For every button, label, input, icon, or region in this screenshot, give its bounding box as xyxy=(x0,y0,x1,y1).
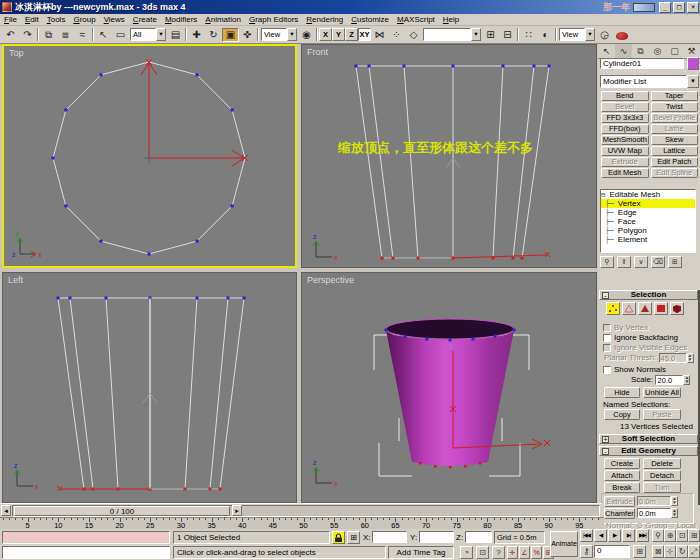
use-pivot-center-icon[interactable]: ◉ xyxy=(298,28,315,42)
pin-stack-icon[interactable]: ⚲ xyxy=(600,256,614,268)
face-subobject-icon[interactable] xyxy=(638,302,652,315)
menu-help[interactable]: Help xyxy=(439,15,463,24)
object-name-field[interactable]: Cylinder01 xyxy=(600,58,684,69)
menu-group[interactable]: Group xyxy=(69,15,99,24)
restore-button[interactable]: □ xyxy=(673,2,685,13)
axis-xy-constraint-button[interactable]: XY xyxy=(358,28,371,41)
create-button[interactable]: Create xyxy=(604,458,640,469)
track-view-toggle-icon[interactable]: ⊡ xyxy=(476,546,489,559)
attach-button[interactable]: Attach xyxy=(604,470,640,481)
snap-toggle-icon[interactable]: ✛ xyxy=(507,546,518,559)
panel-tab-motion-icon[interactable]: ◎ xyxy=(649,44,666,58)
x-coord-field[interactable] xyxy=(372,531,407,543)
chamfer-spinner[interactable]: 0.0m▲▼ xyxy=(637,508,678,518)
ref-coord-dropdown[interactable]: View▼ xyxy=(261,28,297,41)
modifier-list-dropdown-arrow[interactable]: ▼ xyxy=(687,75,699,88)
maxscript-mini-listener[interactable] xyxy=(2,531,170,544)
panel-tab-hierarchy-icon[interactable]: ⧉ xyxy=(632,44,649,58)
zoom-all-icon[interactable]: ⊕ xyxy=(664,529,676,542)
close-button[interactable]: ✕ xyxy=(687,2,699,13)
panel-tab-modify-icon[interactable]: ∿ xyxy=(615,44,632,58)
soft-selection-rollout-header[interactable]: + Soft Selection xyxy=(599,434,698,444)
menu-tools[interactable]: Tools xyxy=(43,15,70,24)
z-coord-field[interactable] xyxy=(465,531,492,543)
next-frame-button[interactable]: ▶| xyxy=(622,529,635,542)
go-to-start-button[interactable]: |◀◀ xyxy=(580,529,593,542)
viewport-left-label[interactable]: Left xyxy=(8,275,23,285)
selection-filter-value[interactable]: All xyxy=(130,28,156,41)
selection-filter-dropdown[interactable]: All▼ xyxy=(130,28,166,41)
expand-icon[interactable]: + xyxy=(602,436,609,443)
zoom-extents-all-icon[interactable]: ⊞ xyxy=(688,529,700,542)
axis-z-constraint-button[interactable]: Z xyxy=(345,28,358,41)
menu-rendering[interactable]: Rendering xyxy=(302,15,347,24)
viewport-left[interactable]: Left zx xyxy=(2,272,297,503)
play-button[interactable]: ▶ xyxy=(608,529,621,542)
break-button[interactable]: Break xyxy=(604,482,640,493)
menu-create[interactable]: Create xyxy=(129,15,161,24)
stack-item-face[interactable]: ├─ Face xyxy=(601,217,695,226)
modifier-button-edit-mesh[interactable]: Edit Mesh xyxy=(601,168,649,178)
ignore-backfacing-checkbox[interactable]: Ignore Backfacing xyxy=(603,333,678,342)
element-subobject-icon[interactable] xyxy=(670,302,684,315)
time-fwd-arrow[interactable]: ▸ xyxy=(232,505,242,516)
schematic-view-icon[interactable]: ⊟ xyxy=(499,28,516,42)
viewport-perspective-label[interactable]: Perspective xyxy=(307,275,354,285)
bind-to-space-warp-icon[interactable]: ≈ xyxy=(74,28,91,42)
polygon-subobject-icon[interactable] xyxy=(654,302,668,315)
settings-icon[interactable]: ⊞ xyxy=(668,256,682,268)
ref-coord-arrow-icon[interactable]: ▼ xyxy=(287,28,297,41)
selection-filter-arrow-icon[interactable]: ▼ xyxy=(156,28,166,41)
help-mode-icon[interactable]: ? xyxy=(492,546,505,559)
modifier-button-bend[interactable]: Bend xyxy=(601,91,649,101)
material-editor-icon[interactable]: ∷ xyxy=(520,28,537,42)
panel-tab-utilities-icon[interactable]: ⚒ xyxy=(683,44,700,58)
modifier-button-meshsmooth[interactable]: MeshSmooth xyxy=(601,135,649,145)
modifier-stack-list[interactable]: ⊟ Editable Mesh ├─ Vertex ├─ Edge ├─ Fac… xyxy=(600,189,696,253)
y-coord-field[interactable] xyxy=(419,531,454,543)
abs-offset-toggle[interactable]: ⊞ xyxy=(347,531,360,544)
maxscript-listener-line[interactable] xyxy=(2,546,170,559)
menu-animation[interactable]: Animation xyxy=(201,15,245,24)
select-by-name-icon[interactable]: ▤ xyxy=(167,28,184,42)
ref-coord-value[interactable]: View xyxy=(261,28,287,41)
undo-icon[interactable]: ↶ xyxy=(2,28,19,42)
select-and-scale-icon[interactable]: ▣ xyxy=(222,28,239,42)
edit-geometry-rollout-header[interactable]: - Edit Geometry xyxy=(599,446,698,456)
scale-spinner[interactable]: Scale: 20.0▲▼ xyxy=(631,375,690,385)
stack-item-edge[interactable]: ├─ Edge xyxy=(601,208,695,217)
select-and-rotate-icon[interactable]: ↻ xyxy=(205,28,222,42)
key-mode-icon[interactable]: ⚷ xyxy=(580,545,593,558)
modifier-button-skew[interactable]: Skew xyxy=(651,135,699,145)
axis-y-constraint-button[interactable]: Y xyxy=(332,28,345,41)
menu-customize[interactable]: Customize xyxy=(347,15,393,24)
select-and-manipulate-icon[interactable]: ✜ xyxy=(239,28,256,42)
menu-modifiers[interactable]: Modifiers xyxy=(161,15,201,24)
modifier-button-taper[interactable]: Taper xyxy=(651,91,699,101)
menu-maxscript[interactable]: MAXScript xyxy=(393,15,439,24)
render-scene-icon[interactable]: ◐ xyxy=(537,28,554,42)
show-end-result-icon[interactable]: ‖ xyxy=(617,256,631,268)
collapse-icon[interactable]: - xyxy=(602,292,609,299)
time-slider-handle[interactable]: 0 / 100 xyxy=(14,506,230,516)
zoom-icon[interactable]: ⚲ xyxy=(652,529,664,542)
zoom-extents-icon[interactable]: ⊡ xyxy=(676,529,688,542)
align-icon[interactable]: ◇ xyxy=(405,28,422,42)
time-config2-icon[interactable]: ⊞ xyxy=(633,545,646,558)
mirror-icon[interactable]: ⋈ xyxy=(371,28,388,42)
go-to-end-button[interactable]: ▶▶| xyxy=(636,529,649,542)
pan-icon[interactable]: ⊹ xyxy=(664,545,676,558)
unlink-selection-icon[interactable]: ⧈ xyxy=(57,28,74,42)
minimize-button[interactable]: _ xyxy=(659,2,671,13)
menu-file[interactable]: File xyxy=(0,15,21,24)
view-combo-dropdown[interactable]: View▼ xyxy=(559,28,595,41)
menu-graph-editors[interactable]: Graph Editors xyxy=(245,15,302,24)
modifier-button-lattice[interactable]: Lattice xyxy=(651,146,699,156)
collapse-icon[interactable]: - xyxy=(602,448,609,455)
track-bar[interactable]: 0510152025303540455055606570758085909510… xyxy=(0,517,604,529)
time-config-icon[interactable]: ◔ xyxy=(460,546,473,559)
named-selection-dropdown[interactable]: ▼ xyxy=(423,28,481,41)
panel-tab-create-icon[interactable]: ↖ xyxy=(598,44,615,58)
delete-button[interactable]: Delete xyxy=(643,458,681,469)
edge-subobject-icon[interactable] xyxy=(622,302,636,315)
